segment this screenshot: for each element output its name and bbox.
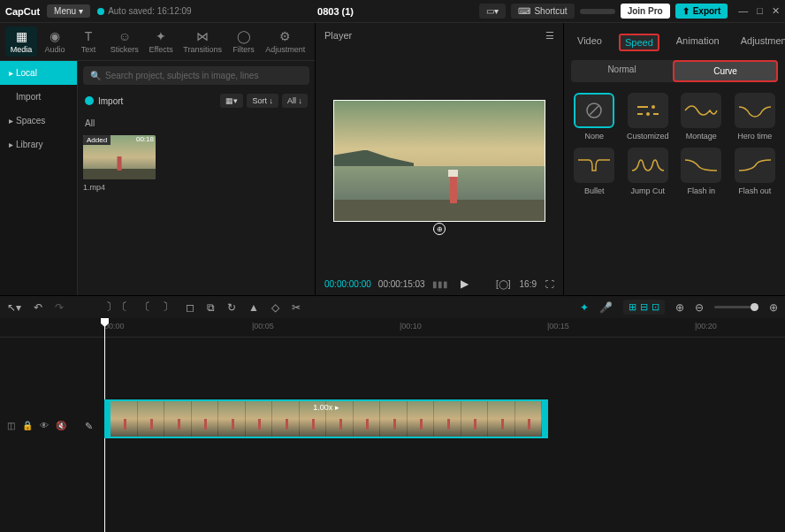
player-panel: Player ☰ ⊕ 00:00:00:00 00:00:15:03 ▮▮▮ ▶…	[315, 23, 564, 295]
ratio-icon[interactable]: 16:9	[520, 279, 537, 289]
timeline-ruler[interactable]: 00:00|00:05|00:10|00:15|00:20	[0, 318, 785, 338]
reverse-icon[interactable]: ↻	[227, 301, 236, 314]
duration-badge: 00:18	[136, 135, 154, 143]
mirror-icon[interactable]: ▲	[248, 301, 259, 314]
account-chip[interactable]	[580, 9, 615, 14]
curve-flashin[interactable]	[681, 148, 721, 183]
scale-icon[interactable]: [◯]	[496, 279, 511, 289]
video-frame[interactable]	[333, 100, 545, 222]
curve-jumpcut[interactable]	[628, 148, 668, 183]
zoom-out-icon[interactable]: ⊖	[695, 301, 704, 314]
join-pro-button[interactable]: Join Pro	[621, 4, 670, 19]
play-button[interactable]: ▶	[461, 277, 469, 290]
timeline[interactable]: 00:00|00:05|00:10|00:15|00:20 ◫ 🔒 👁 🔇 ✎ …	[0, 318, 785, 532]
view-toggle[interactable]: ▦▾	[220, 94, 243, 108]
cover-icon[interactable]: ◫	[7, 421, 15, 430]
snap-controls[interactable]: ⊞⊟⊡	[623, 300, 665, 315]
svg-point-5	[646, 112, 650, 116]
lock-icon[interactable]: 🔒	[22, 421, 33, 430]
curve-customized[interactable]	[628, 93, 668, 128]
curve-herotime[interactable]	[735, 93, 775, 128]
mic-icon[interactable]: 🎤	[599, 301, 613, 314]
fullscreen-icon[interactable]: ⛶	[545, 279, 554, 289]
crop-icon[interactable]: ◻	[186, 301, 194, 314]
rtab-speed[interactable]: Speed	[619, 34, 659, 51]
tab-stickers[interactable]: ☺Stickers	[106, 27, 143, 57]
curve-none[interactable]	[574, 93, 614, 128]
trim-left-icon[interactable]: 〔	[140, 300, 150, 315]
maximize-icon[interactable]: □	[757, 5, 763, 17]
zoom-slider[interactable]	[714, 306, 758, 308]
tab-transitions[interactable]: ⋈Transitions	[179, 27, 226, 57]
player-viewport[interactable]: ⊕	[316, 49, 563, 272]
rtab-adjustment[interactable]: Adjustment	[736, 34, 785, 51]
filter-all[interactable]: All ↓	[282, 94, 308, 108]
timeline-toolbar: ↖▾ ↶ ↷ 〕〔 〔 〕 ◻ ⧉ ↻ ▲ ◇ ✂ ✦ 🎤 ⊞⊟⊡ ⊕ ⊖ ⊕	[0, 295, 785, 318]
tab-filters[interactable]: ◯Filters	[228, 27, 260, 57]
svg-point-3	[652, 105, 655, 109]
sidebar-library[interactable]: ▸ Library	[0, 133, 77, 156]
mute-icon[interactable]: 🔇	[56, 421, 66, 430]
layout-button[interactable]: ▭▾	[479, 4, 506, 19]
svg-line-1	[590, 106, 598, 115]
redo-icon[interactable]: ↷	[55, 301, 64, 314]
split-icon[interactable]: 〕〔	[106, 300, 127, 315]
trim-right-icon[interactable]: 〕	[163, 300, 173, 315]
curve-grid: None Customized Montage Hero time Bullet…	[571, 93, 778, 195]
total-duration: 00:00:15:03	[378, 279, 425, 289]
transform-icon[interactable]: ⊕	[433, 223, 446, 235]
rtab-animation[interactable]: Animation	[672, 34, 724, 51]
minimize-icon[interactable]: —	[738, 5, 748, 17]
sort-button[interactable]: Sort ↓	[247, 94, 278, 108]
sidebar-import[interactable]: Import	[0, 85, 77, 109]
player-controls: 00:00:00:00 00:00:15:03 ▮▮▮ ▶ [◯] 16:9 ⛶	[316, 272, 563, 295]
curve-bullet[interactable]	[574, 148, 614, 183]
tab-audio[interactable]: ◉Audio	[39, 27, 71, 57]
search-input[interactable]: 🔍 Search project, subjects in image, lin…	[83, 66, 309, 85]
all-label: All	[83, 117, 309, 130]
project-title: 0803 (1)	[199, 6, 473, 17]
rtab-video[interactable]: Video	[573, 34, 606, 51]
property-tabs: Video Speed Animation Adjustment	[571, 30, 778, 60]
columns-icon[interactable]: ▮▮▮	[432, 279, 448, 289]
magic-icon[interactable]: ✦	[580, 301, 589, 314]
media-tabs: ▦Media ◉Audio TText ☺Stickers ✦Effects ⋈…	[0, 23, 315, 61]
tab-adjustment[interactable]: ⚙Adjustment	[262, 27, 309, 57]
seg-curve[interactable]: Curve	[673, 60, 778, 82]
eye-icon[interactable]: 👁	[40, 421, 49, 430]
rotate-icon[interactable]: ◇	[271, 301, 279, 314]
properties-panel: Video Speed Animation Adjustment Normal …	[564, 23, 785, 295]
top-bar: CapCut Menu▾ Auto saved: 16:12:09 0803 (…	[0, 0, 785, 23]
zoom-in-icon[interactable]: ⊕	[769, 301, 778, 314]
export-button[interactable]: ⬆ Export	[675, 4, 728, 19]
selection-tool-icon[interactable]: ↖▾	[7, 301, 21, 314]
thumb-name: 1.mp4	[83, 183, 309, 192]
video-clip[interactable]: 1.00x ▸	[104, 399, 548, 438]
player-title: Player	[324, 30, 352, 42]
copy-icon[interactable]: ⧉	[207, 301, 215, 314]
media-thumb[interactable]: Added 00:18 1.mp4	[83, 135, 309, 192]
clip-handle-right[interactable]	[542, 401, 546, 437]
sidebar-local[interactable]: ▸ Local	[0, 61, 77, 85]
seg-normal[interactable]: Normal	[571, 60, 673, 82]
player-menu-icon[interactable]: ☰	[545, 30, 554, 42]
menu-button[interactable]: Menu▾	[47, 4, 90, 18]
sidebar-spaces[interactable]: ▸ Spaces	[0, 109, 77, 133]
curve-flashout[interactable]	[735, 148, 775, 183]
edit-track-icon[interactable]: ✎	[85, 421, 93, 432]
track-controls: ◫ 🔒 👁 🔇	[7, 421, 66, 430]
curve-montage[interactable]	[681, 93, 721, 128]
media-panel: ▦Media ◉Audio TText ☺Stickers ✦Effects ⋈…	[0, 23, 315, 295]
tab-effects[interactable]: ✦Effects	[145, 27, 178, 57]
app-logo: CapCut	[5, 6, 40, 17]
undo-icon[interactable]: ↶	[34, 301, 42, 314]
link-icon[interactable]: ⊕	[675, 301, 684, 314]
current-time: 00:00:00:00	[324, 279, 371, 289]
tab-media[interactable]: ▦Media	[5, 27, 37, 57]
shortcut-button[interactable]: ⌨ Shortcut	[511, 4, 574, 19]
close-icon[interactable]: ✕	[772, 5, 780, 17]
freeze-icon[interactable]: ✂	[292, 301, 301, 314]
speed-segment: Normal Curve	[571, 60, 778, 82]
tab-text[interactable]: TText	[72, 27, 104, 57]
import-button[interactable]: Import	[85, 96, 123, 106]
